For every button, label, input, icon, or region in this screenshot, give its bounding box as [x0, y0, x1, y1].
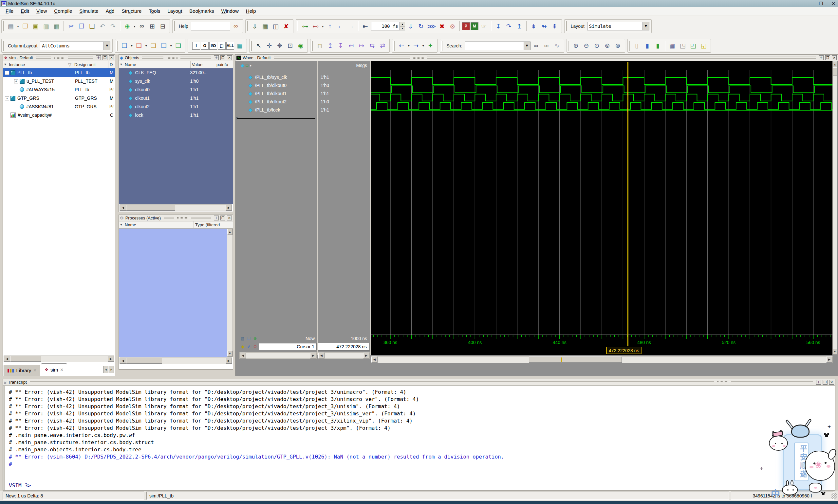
tree-row-always15[interactable]: #ALWAYS#15PLL_tbPr — [3, 85, 115, 94]
compile-all-button[interactable]: ▦ — [260, 21, 270, 31]
wave-panel-close-button[interactable]: ✕ — [832, 55, 837, 60]
processes-panel-close-button[interactable]: ✕ — [227, 216, 232, 220]
wave-signal-clkout2[interactable]: ◆/PLL_tb/clkout2 — [239, 97, 317, 106]
scroll-thumb[interactable] — [126, 358, 162, 364]
sim-panel-drag-handle[interactable] — [36, 57, 51, 59]
zoom-full-button[interactable]: ⊙ — [592, 41, 602, 51]
menu-edit[interactable]: Edit — [17, 7, 33, 14]
objects-panel-drag-handle[interactable] — [142, 57, 164, 59]
scroll-left-arrow[interactable]: ◀ — [120, 205, 126, 211]
sim-col-du-type[interactable]: D — [108, 61, 115, 68]
cursor-value[interactable]: 472.222028 ns — [318, 343, 370, 350]
object-row-clkout2[interactable]: ◆clkout21'h1 — [119, 102, 233, 111]
scroll-right-arrow[interactable]: ▶ — [226, 358, 232, 364]
processes-panel-drag-handle[interactable] — [164, 217, 174, 219]
copy-button[interactable]: ❐ — [76, 21, 86, 31]
menu-view[interactable]: View — [33, 7, 50, 14]
menu-bookmarks[interactable]: Bookmarks — [186, 7, 218, 14]
delete-cursor-icon[interactable]: ⊖ — [253, 344, 258, 349]
stop-button[interactable]: ⊗ — [448, 21, 458, 31]
object-row-lock[interactable]: ◆lock1'h1 — [119, 111, 233, 119]
sim-panel-drag-handle2[interactable] — [68, 57, 93, 59]
tab-scroll-right[interactable]: ▸ — [109, 366, 114, 373]
scroll-up-arrow[interactable]: ▲ — [227, 229, 233, 235]
add-cursor-icon[interactable]: ⊕ — [253, 336, 258, 341]
wave-vscrollbar[interactable]: ▲ ▼ — [833, 61, 837, 355]
invert-wave-button[interactable]: ↤ — [346, 41, 356, 51]
step-current-into-button[interactable]: ⇟ — [529, 21, 539, 31]
zoom-out-button[interactable]: ⊖ — [582, 41, 592, 51]
minimize-button[interactable]: – — [808, 1, 810, 6]
lock-cursor-icon[interactable]: ◈ — [240, 344, 245, 349]
scroll-left-arrow[interactable]: ◀ — [371, 357, 378, 363]
prev-transition-dropdown-icon[interactable]: ▾ — [407, 44, 410, 48]
scroll-thumb[interactable] — [529, 357, 622, 363]
names-hscrollbar[interactable]: ◀ ▶ — [239, 352, 317, 359]
remove-wave-button[interactable]: ❏ — [134, 41, 144, 51]
add-button[interactable]: ⊕ — [122, 21, 132, 31]
objects-panel-close-button[interactable]: ✕ — [227, 55, 232, 60]
wave-panel-drag-dots[interactable] — [413, 57, 424, 59]
paste-button[interactable]: ❑ — [87, 21, 97, 31]
continue-run-button[interactable]: ↻ — [416, 21, 426, 31]
spinner-control[interactable]: ▲▼ — [400, 22, 405, 31]
menu-structure[interactable]: Structure — [118, 7, 145, 14]
scroll-right-arrow[interactable]: ▶ — [826, 357, 833, 363]
show-cells-button[interactable]: ▦ — [235, 41, 245, 51]
restart-button[interactable]: ⇤ — [361, 21, 370, 31]
edit-cursor-icon[interactable]: ✐ — [246, 344, 252, 349]
next-transition-button[interactable]: ⇢ — [411, 41, 421, 51]
scroll-thumb[interactable] — [833, 67, 837, 76]
scroll-thumb[interactable] — [10, 356, 41, 362]
object-row-clkout1[interactable]: ◆clkout11'h1 — [119, 94, 233, 102]
mirror-wave-button[interactable]: ↦ — [357, 41, 366, 51]
step-over-button[interactable]: ↷ — [504, 21, 514, 31]
transcript-drag-handle[interactable] — [30, 381, 714, 383]
cut-button[interactable]: ✂ — [66, 21, 76, 31]
step-current-out-button[interactable]: ⇞ — [550, 21, 560, 31]
scroll-right-arrow[interactable]: ▶ — [310, 353, 317, 358]
tab-scroll-left[interactable]: ◂ — [103, 366, 108, 373]
sim-panel-close-button[interactable]: ✕ — [109, 55, 114, 60]
print-button[interactable]: ▦ — [52, 21, 62, 31]
environment-back-dropdown-icon[interactable]: ▾ — [321, 24, 325, 28]
cursor-track[interactable]: 472.222028 ns — [371, 346, 833, 355]
scroll-down-arrow[interactable]: ▼ — [833, 349, 837, 355]
run-all-button[interactable]: ⋙ — [427, 21, 437, 31]
objects-panel-header[interactable]: ◆ Objects ＋ ❐ ✕ — [119, 55, 233, 61]
cursor-time-label[interactable]: 472.222028 ns — [606, 347, 642, 354]
environment-link-button[interactable]: ⊶ — [300, 21, 310, 31]
chevron-down-icon[interactable]: ▼ — [524, 42, 530, 50]
chevron-down-icon[interactable]: ▼ — [643, 22, 649, 30]
processes-panel-header[interactable]: ⚙ Processes (Active) ＋ ❐ ✕ — [119, 215, 233, 221]
simulate-button[interactable]: ◫ — [271, 21, 281, 31]
scroll-left-arrow[interactable]: ◀ — [240, 353, 246, 358]
resize-grip[interactable] — [832, 493, 837, 499]
show-inout-button[interactable]: I/O — [209, 42, 217, 50]
close-button[interactable]: ✕ — [832, 1, 835, 6]
processes-panel-undock-button[interactable]: ❐ — [220, 216, 225, 220]
menu-file[interactable]: File — [2, 7, 17, 14]
toggle-leaf-names-button[interactable]: ▯ — [632, 41, 642, 51]
search-reverse-button[interactable]: ∞ — [542, 41, 551, 51]
memory-profile-button[interactable]: M — [471, 22, 478, 30]
transcript-undock-button[interactable]: ❐ — [823, 380, 827, 385]
menu-window[interactable]: Window — [218, 7, 242, 14]
open-folder-button[interactable]: ❒ — [20, 21, 30, 31]
remove-wave-dropdown-icon[interactable]: ▾ — [144, 44, 148, 48]
processes-vscrollbar[interactable]: ▲ ▼ — [227, 229, 233, 357]
tab-sim[interactable]: ❖sim✕ — [41, 363, 67, 376]
object-row-clkout0[interactable]: ◆clkout01'h1 — [119, 85, 233, 94]
objects-panel-drag-dots[interactable] — [166, 57, 177, 59]
insert-cursor-button[interactable]: ✦ — [425, 41, 435, 51]
tree-row-uplltest[interactable]: +u_PLL_TESTPLL_TESTM — [3, 77, 115, 85]
toggle-msg-bar-button[interactable]: ▮ — [643, 41, 652, 51]
search-forward-button[interactable]: ∞ — [531, 41, 541, 51]
add-wave-dropdown-icon[interactable]: ▾ — [130, 44, 133, 48]
compile-button[interactable]: ⇩ — [250, 21, 260, 31]
scroll-right-arrow[interactable]: ▶ — [363, 353, 370, 358]
insert-pulse-button[interactable]: ↥ — [325, 41, 335, 51]
object-row-sys_clk[interactable]: ◆sys_clk1'h0 — [119, 77, 233, 85]
show-all-button[interactable]: ALL — [226, 42, 234, 50]
tree-row-assign81[interactable]: #ASSIGN#81GTP_GRSPr — [3, 102, 115, 111]
